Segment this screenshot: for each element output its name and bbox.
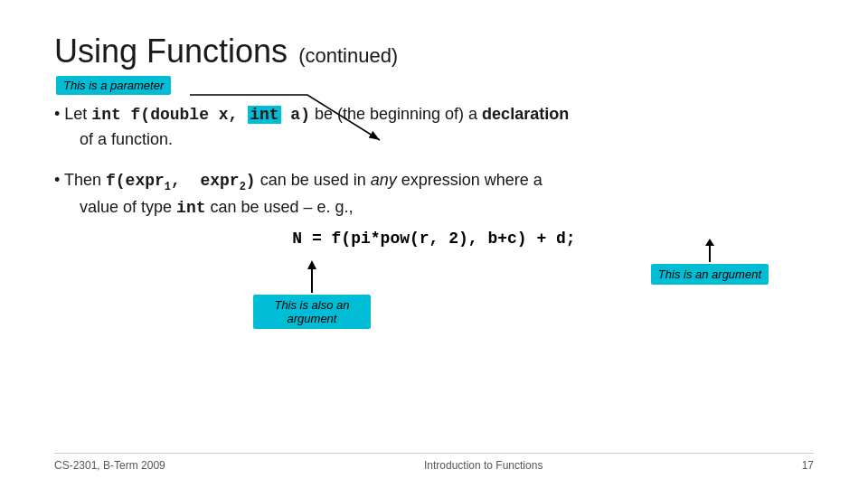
bullet-2: • Then f(expr1, expr2) can be used in an…	[54, 168, 814, 221]
footer-right: 17	[802, 459, 814, 472]
title-area: Using Functions (continued)	[54, 33, 814, 70]
bullet-1: • Let int f(double x, int a) be (the beg…	[54, 102, 814, 152]
bullet1-text2: of a function.	[80, 130, 173, 148]
svg-marker-1	[307, 260, 316, 269]
bullet2-text: can be used in any expression where a	[256, 171, 542, 189]
bullet1-code: int f(double x,	[91, 106, 248, 124]
arg1-annotation: This is also an argument	[253, 258, 371, 329]
bullet2-code: f(expr1, expr2)	[106, 172, 256, 190]
content-area: • Let int f(double x, int a) be (the beg…	[54, 102, 814, 343]
param-tooltip: This is a parameter	[56, 76, 171, 95]
bullet2-text3: can be used – e. g.,	[205, 198, 353, 216]
param-row: This is a parameter	[54, 76, 814, 95]
svg-marker-3	[705, 239, 714, 246]
bullet1-int-highlighted: int	[248, 106, 280, 124]
bullet2-int: int	[176, 199, 205, 217]
bullet1-code2: a)	[281, 106, 310, 124]
arg1-tooltip: This is also an argument	[253, 295, 371, 329]
bullet2-prefix: • Then	[54, 171, 106, 189]
arg2-tooltip: This is an argument	[651, 264, 769, 285]
arg1-arrow-svg	[298, 258, 326, 295]
bullet2-text2: value of type	[80, 198, 176, 216]
footer-center: Introduction to Functions	[424, 459, 542, 472]
title-sub: (continued)	[298, 44, 398, 68]
slide: Using Functions (continued) This is a pa…	[0, 0, 868, 488]
footer: CS-2301, B-Term 2009 Introduction to Fun…	[54, 453, 814, 472]
title-main: Using Functions	[54, 33, 288, 70]
annotation-area: This is also an argument This is an argu…	[54, 253, 814, 343]
bullet1-prefix: • Let	[54, 105, 91, 123]
bullet1-text: be (the beginning of) a declaration	[310, 105, 569, 123]
arg2-annotation: This is an argument	[651, 237, 769, 285]
arg2-arrow-svg	[696, 237, 723, 264]
footer-left: CS-2301, B-Term 2009	[54, 459, 165, 472]
